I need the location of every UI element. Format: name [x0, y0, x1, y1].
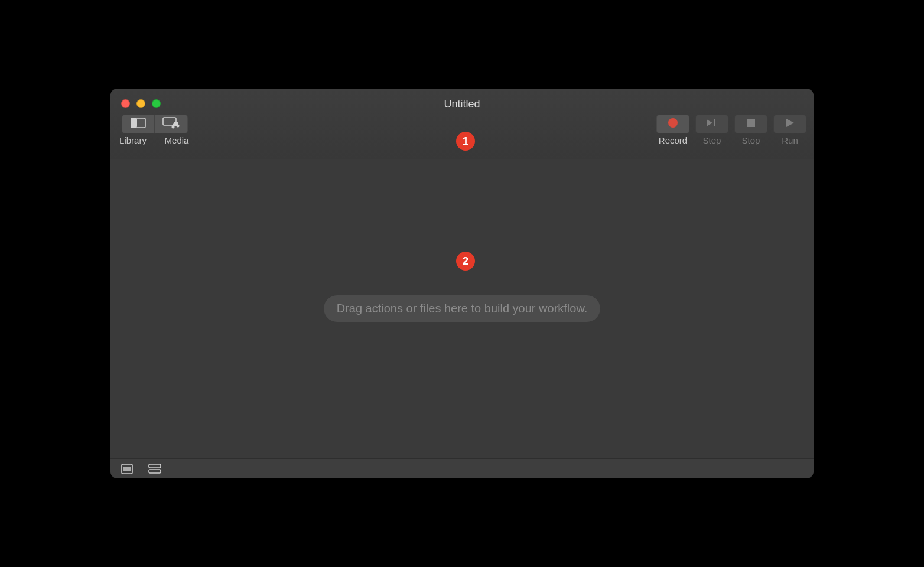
step-button[interactable] [695, 115, 728, 133]
workflow-canvas[interactable]: Drag actions or files here to build your… [110, 159, 814, 458]
stop-label: Stop [742, 135, 760, 145]
svg-point-3 [172, 126, 175, 129]
step-icon [706, 118, 718, 130]
play-icon [785, 118, 795, 130]
automator-window: Untitled [110, 89, 814, 478]
record-toolbar-item: Record [656, 115, 689, 145]
step-label: Step [703, 135, 721, 145]
record-button[interactable] [656, 115, 689, 133]
media-button[interactable] [155, 115, 188, 133]
toolbar-left: Library Media [116, 115, 193, 145]
stop-button[interactable] [734, 115, 767, 133]
run-toolbar-item: Run [773, 115, 806, 145]
svg-rect-1 [131, 118, 137, 128]
svg-rect-13 [149, 464, 161, 468]
library-label: Library [116, 135, 149, 145]
annotation-callout-2: 2 [456, 252, 475, 271]
workflow-placeholder: Drag actions or files here to build your… [324, 295, 601, 322]
log-view-button[interactable] [121, 464, 133, 474]
svg-rect-8 [747, 119, 755, 127]
record-icon [668, 118, 678, 131]
bottom-bar [110, 458, 814, 478]
annotation-callout-1: 1 [456, 132, 475, 151]
toolbar-right: Record Step [656, 115, 806, 145]
svg-rect-5 [174, 122, 178, 125]
run-label: Run [782, 135, 798, 145]
stop-icon [746, 118, 756, 130]
media-label: Media [160, 135, 193, 145]
stop-toolbar-item: Stop [734, 115, 767, 145]
window-title: Untitled [110, 98, 814, 110]
svg-rect-14 [149, 470, 161, 473]
library-button[interactable] [122, 115, 155, 133]
svg-rect-7 [714, 119, 715, 126]
variables-view-button[interactable] [148, 464, 161, 474]
step-toolbar-item: Step [695, 115, 728, 145]
record-label: Record [659, 135, 687, 145]
svg-point-4 [177, 125, 180, 128]
media-icon [162, 117, 180, 131]
library-toolbar-item: Library Media [116, 115, 193, 145]
library-media-segment [122, 115, 188, 133]
run-button[interactable] [773, 115, 806, 133]
svg-point-6 [668, 118, 678, 128]
sidebar-icon [131, 118, 146, 131]
